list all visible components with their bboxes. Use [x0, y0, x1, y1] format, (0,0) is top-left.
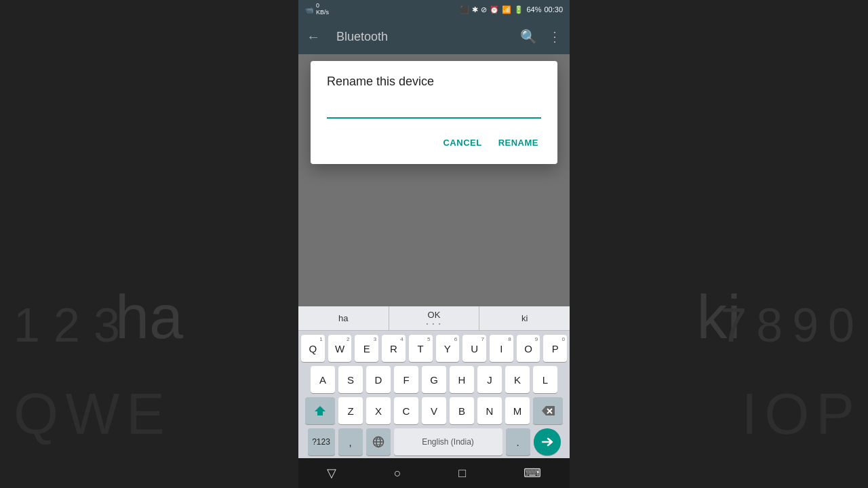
key-m[interactable]: M [505, 397, 530, 424]
key-r[interactable]: 4R [382, 335, 406, 362]
key-row-3: Z X C V B N M [301, 397, 567, 424]
shift-key[interactable] [305, 397, 335, 424]
phone: 📹 0KB/s ⬛ ✱ ⊘ ⏰ 📶 🔋 64% 00:30 ← Bluetoot… [298, 0, 570, 488]
key-z[interactable]: Z [338, 397, 363, 424]
key-t[interactable]: 5T [409, 335, 433, 362]
rename-button[interactable]: RENAME [496, 132, 541, 153]
period-key[interactable]: . [506, 428, 530, 455]
back-button[interactable]: ← [307, 29, 320, 45]
alarm-icon: ⏰ [490, 5, 499, 14]
left-bg-word: ha [115, 283, 183, 352]
device-name-input[interactable] [327, 100, 541, 119]
left-panel: ha Q W E 1 2 3 [0, 0, 298, 488]
comma-key[interactable]: , [338, 428, 363, 455]
suggestion-ok[interactable]: OK • • • [389, 306, 480, 330]
video-record-icon: 📹 [305, 6, 313, 14]
dialog-actions: CANCEL RENAME [327, 132, 541, 156]
right-panel: ki I O P 7 8 9 0 [570, 0, 868, 488]
more-button[interactable]: ⋮ [548, 28, 561, 45]
keyboard-suggestions: ha OK • • • ki [298, 306, 570, 331]
key-g[interactable]: G [422, 366, 446, 393]
key-p[interactable]: 0P [543, 335, 567, 362]
nav-bar: ▽ ○ □ ⌨ [298, 458, 570, 488]
key-i[interactable]: 8I [490, 335, 513, 362]
key-e[interactable]: 3E [355, 335, 378, 362]
key-a[interactable]: A [311, 366, 335, 393]
content-area: Rename this device CANCEL RENAME [298, 54, 570, 306]
left-bg-nums: 1 2 3 [14, 298, 120, 352]
clock: 00:30 [544, 5, 563, 14]
key-w[interactable]: 2W [328, 335, 352, 362]
suggestion-ki[interactable]: ki [479, 306, 570, 330]
right-bg-nums: 7 8 9 0 [720, 298, 854, 352]
backspace-key[interactable] [533, 397, 563, 424]
cast-icon: ⬛ [460, 5, 469, 14]
nav-recent-button[interactable]: □ [458, 466, 466, 481]
no-disturb-icon: ⊘ [481, 5, 487, 14]
key-d[interactable]: D [366, 366, 391, 393]
svg-rect-0 [318, 414, 322, 415]
key-row-4: ?123 , English (India) . [301, 428, 567, 455]
sym-key[interactable]: ?123 [308, 428, 335, 455]
key-o[interactable]: 9O [517, 335, 540, 362]
left-bg-keys: Q W E [14, 381, 165, 447]
key-c[interactable]: C [394, 397, 418, 424]
search-button[interactable]: 🔍 [520, 28, 537, 45]
signal-icon: 📶 [502, 5, 511, 14]
battery-percent: 64% [526, 5, 541, 14]
data-speed: 0KB/s [316, 3, 329, 16]
key-l[interactable]: L [533, 366, 557, 393]
key-j[interactable]: J [477, 366, 502, 393]
key-row-2: A S D F G H J K L [301, 366, 567, 393]
status-bar: 📹 0KB/s ⬛ ✱ ⊘ ⏰ 📶 🔋 64% 00:30 [298, 0, 570, 19]
screenshot-wrapper: ha Q W E 1 2 3 ki I O P 7 8 9 0 [0, 0, 868, 488]
globe-key[interactable] [366, 428, 391, 455]
battery-icon: 🔋 [514, 5, 524, 14]
bluetooth-icon: ✱ [472, 5, 478, 14]
rename-dialog: Rename this device CANCEL RENAME [311, 61, 557, 164]
key-q[interactable]: 1Q [301, 335, 325, 362]
right-bg-keys: I O P [742, 381, 854, 447]
key-k[interactable]: K [505, 366, 530, 393]
keyboard: ha OK • • • ki 1Q 2W 3E 4R 5T 6Y 7U [298, 306, 570, 458]
nav-home-button[interactable]: ○ [394, 466, 401, 481]
key-v[interactable]: V [422, 397, 446, 424]
enter-key[interactable] [534, 428, 561, 455]
key-x[interactable]: X [366, 397, 391, 424]
nav-back-button[interactable]: ▽ [327, 466, 336, 481]
app-bar: ← Bluetooth 🔍 ⋮ [298, 19, 570, 54]
space-key[interactable]: English (India) [394, 428, 502, 455]
key-y[interactable]: 6Y [436, 335, 460, 362]
key-u[interactable]: 7U [462, 335, 486, 362]
app-title: Bluetooth [336, 30, 509, 44]
key-s[interactable]: S [338, 366, 363, 393]
key-b[interactable]: B [450, 397, 474, 424]
suggestion-ha[interactable]: ha [298, 306, 389, 330]
cancel-button[interactable]: CANCEL [440, 132, 484, 153]
key-h[interactable]: H [450, 366, 474, 393]
key-n[interactable]: N [477, 397, 502, 424]
status-right: ⬛ ✱ ⊘ ⏰ 📶 🔋 64% 00:30 [460, 5, 563, 14]
key-f[interactable]: F [394, 366, 418, 393]
keyboard-rows: 1Q 2W 3E 4R 5T 6Y 7U 8I 9O 0P A S D F [298, 331, 570, 458]
status-left: 📹 0KB/s [305, 3, 329, 16]
dialog-title: Rename this device [327, 75, 541, 89]
key-row-1: 1Q 2W 3E 4R 5T 6Y 7U 8I 9O 0P [301, 335, 567, 362]
nav-keyboard-button[interactable]: ⌨ [524, 466, 541, 481]
